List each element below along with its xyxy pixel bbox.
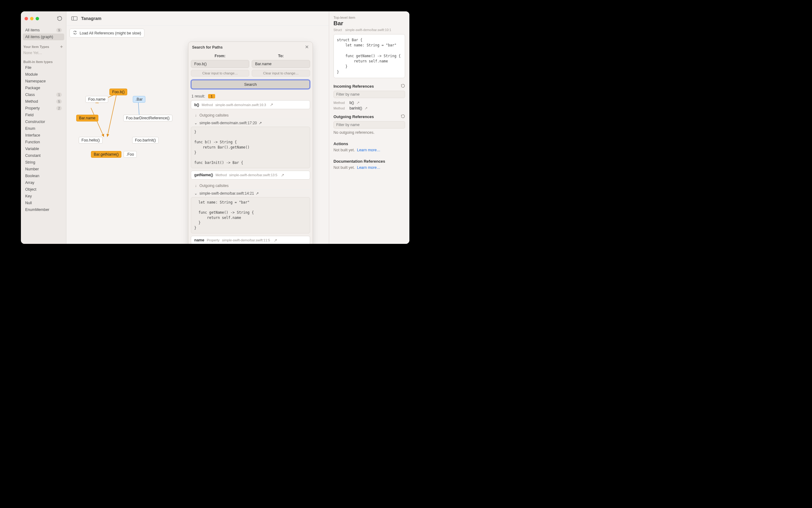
main-titlebar: Tanagram — [66, 11, 329, 26]
sidebar-item-key[interactable]: Key — [23, 193, 64, 199]
graph-node-foo-b[interactable]: Foo.b() — [109, 89, 127, 95]
sidebar-item-package[interactable]: Package — [23, 85, 64, 91]
jump-icon[interactable]: ↗ — [256, 191, 259, 196]
outgoing-references-header: Outgoing References — [333, 114, 405, 119]
jump-icon[interactable]: ↗ — [364, 106, 368, 111]
to-label: To: — [252, 53, 310, 60]
search-button[interactable]: Search — [191, 80, 310, 89]
svg-rect-0 — [72, 16, 77, 20]
sidebar-item-property[interactable]: Property2 — [23, 105, 64, 111]
inspector-meta: Struct simple-swift-demo/bar.swift:10:1 — [333, 28, 405, 32]
sidebar-item-class[interactable]: Class1 — [23, 91, 64, 98]
sidebar-item-label: Function — [25, 140, 40, 144]
graph-node-foo-hello[interactable]: Foo.hello() — [79, 137, 103, 143]
sidebar-item-enummember[interactable]: EnumMember — [23, 206, 64, 213]
sidebar-item-array[interactable]: Array — [23, 179, 64, 186]
result-name[interactable]: name Property simple-swift-demo/bar.swif… — [191, 236, 310, 244]
sidebar-item-all-items[interactable]: All items 9 — [23, 27, 64, 34]
sidebar-item-label: Constructor — [25, 120, 45, 124]
load-all-references-button[interactable]: Load All References (might be slow) — [70, 29, 144, 38]
result-b[interactable]: b() Method simple-swift-demo/main.swift:… — [191, 100, 310, 109]
docs-learn-more-link[interactable]: Learn more… — [357, 165, 380, 170]
result-getname[interactable]: getName() Method simple-swift-demo/bar.s… — [191, 171, 310, 180]
sidebar-item-constructor[interactable]: Constructor — [23, 118, 64, 125]
from-input[interactable]: Foo.b() — [191, 60, 249, 68]
to-input[interactable]: Bar.name — [252, 60, 310, 68]
sidebar-item-file[interactable]: File — [23, 64, 64, 71]
refresh-incoming-button[interactable] — [401, 84, 405, 89]
add-type-button[interactable]: ＋ — [59, 44, 63, 49]
incoming-ref[interactable]: Methodb()↗ — [333, 100, 405, 105]
file-location-toggle[interactable]: ⌄ simple-swift-demo/bar.swift:14:21 ↗ — [191, 189, 310, 197]
graph-node-foo-name[interactable]: Foo.name — [85, 96, 108, 103]
sidebar-item-all-items-graph[interactable]: All items (graph) — [23, 34, 64, 40]
inspector-panel: Top-level item Bar Struct simple-swift-d… — [329, 11, 409, 244]
graph-node-foo-bar-init[interactable]: Foo.barInit() — [132, 137, 159, 143]
traffic-lights — [25, 17, 39, 20]
toggle-sidebar-button[interactable] — [71, 16, 78, 21]
to-hint: Clear input to change… — [252, 70, 310, 77]
sidebar-item-label: EnumMember — [25, 208, 49, 212]
jump-icon[interactable]: ↗ — [270, 102, 273, 107]
sidebar-item-label: Boolean — [25, 174, 39, 178]
outgoing-callsites-label: ↓ Outgoing callsites — [191, 182, 310, 189]
svg-line-3 — [107, 94, 117, 137]
sidebar-item-field[interactable]: Field — [23, 112, 64, 118]
sidebar-item-interface[interactable]: Interface — [23, 132, 64, 138]
refresh-icon — [73, 31, 77, 36]
close-search-panel-button[interactable] — [305, 45, 309, 50]
chevron-down-icon: ⌄ — [194, 121, 197, 125]
sidebar-item-label: Constant — [25, 154, 41, 158]
results-count-badge: 1 — [208, 94, 215, 98]
sidebar-item-namespace[interactable]: Namespace — [23, 78, 64, 84]
sidebar-item-constant[interactable]: Constant — [23, 152, 64, 159]
sidebar-item-variable[interactable]: Variable — [23, 145, 64, 152]
code-snippet: let name: String = "bar" func getName() … — [191, 197, 310, 234]
from-hint: Clear input to change… — [191, 70, 249, 77]
zoom-window-button[interactable] — [36, 17, 39, 20]
file-location-toggle[interactable]: ⌄ simple-swift-demo/main.swift:17:20 ↗ — [191, 119, 310, 127]
minimize-window-button[interactable] — [30, 17, 34, 20]
refresh-outgoing-button[interactable] — [401, 114, 405, 119]
graph-node-bar-getname[interactable]: Bar.getName() — [91, 151, 122, 158]
sidebar-item-label: Class — [25, 92, 35, 97]
sidebar-item-null[interactable]: Null — [23, 200, 64, 206]
incoming-filter-input[interactable] — [333, 91, 405, 98]
sidebar-item-object[interactable]: Object — [23, 186, 64, 193]
outgoing-callsites-label: ↓ Outgoing callsites — [191, 112, 310, 119]
sidebar-item-module[interactable]: Module — [23, 71, 64, 78]
graph-node-foo-bar-direct-ref[interactable]: Foo.barDirectReference() — [123, 115, 172, 122]
jump-icon[interactable]: ↗ — [281, 173, 284, 177]
results-count-label: 1 result: — [191, 94, 205, 98]
jump-icon[interactable]: ↗ — [274, 238, 277, 243]
search-panel-title: Search for Paths — [192, 45, 223, 49]
graph-node-foo[interactable]: .Foo — [124, 151, 137, 158]
sidebar-item-boolean[interactable]: Boolean — [23, 172, 64, 179]
sidebar-item-number[interactable]: Number — [23, 166, 64, 172]
sidebar-item-function[interactable]: Function — [23, 139, 64, 145]
actions-learn-more-link[interactable]: Learn more… — [357, 148, 380, 152]
actions-status: Not built yet. Learn more… — [333, 148, 405, 152]
outgoing-filter-input[interactable] — [333, 121, 405, 129]
inspector-title: Bar — [333, 20, 405, 27]
jump-icon[interactable]: ↗ — [259, 121, 262, 125]
reload-button[interactable] — [57, 16, 62, 21]
close-window-button[interactable] — [25, 17, 28, 20]
app-title: Tanagram — [81, 16, 101, 21]
docs-status: Not built yet. Learn more… — [333, 165, 405, 170]
sidebar-item-label: All items (graph) — [25, 35, 53, 39]
graph-node-bar[interactable]: .Bar — [133, 96, 145, 103]
sidebar-item-count: 5 — [56, 99, 62, 103]
jump-icon[interactable]: ↗ — [357, 100, 360, 105]
sidebar-item-count: 2 — [56, 106, 62, 111]
code-snippet: } func b() -> String { return Bar().getN… — [191, 127, 310, 168]
incoming-references-list: Methodb()↗MethodbarInit()↗ — [333, 100, 405, 111]
graph-canvas[interactable]: Load All References (might be slow) Foo.… — [66, 26, 329, 244]
sidebar-item-method[interactable]: Method5 — [23, 98, 64, 104]
graph-node-bar-name[interactable]: Bar.name — [76, 115, 98, 122]
sidebar-item-string[interactable]: String — [23, 159, 64, 165]
sidebar-item-label: Null — [25, 201, 32, 205]
sidebar-item-enum[interactable]: Enum — [23, 125, 64, 132]
sidebar-item-label: All items — [25, 28, 40, 32]
incoming-ref[interactable]: MethodbarInit()↗ — [333, 105, 405, 111]
